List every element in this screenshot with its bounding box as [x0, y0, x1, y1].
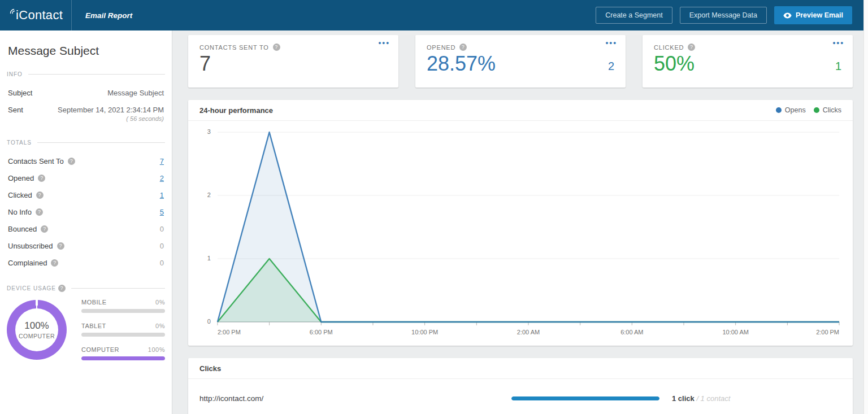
- totals-row-value[interactable]: 2: [160, 174, 164, 182]
- device-bar-value: 0%: [155, 323, 165, 329]
- svg-text:2:00 AM: 2:00 AM: [517, 329, 540, 335]
- performance-line-chart: 01232:00 PM6:00 PM10:00 PM2:00 AM6:00 AM…: [193, 123, 847, 342]
- help-icon[interactable]: ?: [58, 285, 66, 292]
- card-menu-icon[interactable]: ●●●: [832, 40, 844, 46]
- totals-row-label: Bounced: [8, 225, 37, 233]
- logo-container[interactable]: iContact: [0, 0, 72, 30]
- totals-row-value: 0: [160, 225, 164, 233]
- help-icon[interactable]: ?: [459, 43, 467, 51]
- help-icon[interactable]: ?: [36, 191, 44, 199]
- device-bar-value: 0%: [155, 299, 165, 306]
- icontact-signal-icon: [9, 8, 15, 15]
- device-bar-track: [81, 356, 165, 360]
- device-usage-label-text: DEVICE USAGE: [7, 285, 56, 291]
- card-menu-icon[interactable]: ●●●: [378, 40, 390, 46]
- help-icon[interactable]: ?: [51, 259, 58, 267]
- device-bar-track: [81, 333, 165, 337]
- info-section-label: INFO: [7, 71, 23, 77]
- top-navbar: iContact Email Report Create a Segment E…: [0, 0, 868, 30]
- preview-email-button[interactable]: Preview Email: [774, 6, 852, 24]
- totals-row-label: Unsubscribed: [8, 242, 53, 250]
- scrollbar[interactable]: [863, 0, 868, 414]
- totals-row: No Info?5: [7, 203, 165, 220]
- page-title: Email Report: [85, 11, 132, 20]
- help-icon[interactable]: ?: [38, 175, 45, 182]
- performance-chart-card: 24-hour performance OpensClicks 01232:00…: [188, 100, 853, 346]
- totals-row-label: No Info: [8, 208, 32, 216]
- device-bar-label: COMPUTER: [81, 346, 119, 353]
- clicks-card: Clicks http://icontact.com/1 click / 1 c…: [188, 358, 853, 414]
- stat-count: 1: [835, 60, 841, 75]
- device-usage-section-label: DEVICE USAGE ?: [7, 285, 66, 292]
- stat-label: OPENED: [427, 44, 455, 51]
- device-bar-track: [81, 309, 165, 313]
- main-content: ●●● CONTACTS SENT TO ? 7 ●●● OPENED ? 28…: [172, 30, 868, 414]
- click-counts: 1 click / 1 contact: [672, 394, 841, 403]
- donut-device-name: COMPUTER: [19, 333, 55, 339]
- divider: [28, 74, 165, 75]
- subject-label: Subject: [8, 89, 32, 97]
- click-count: 1 click: [672, 394, 695, 403]
- totals-row: Unsubscribed?0: [7, 237, 165, 254]
- help-icon[interactable]: ?: [36, 208, 43, 216]
- sent-row: Sent September 14, 2021 2:34:14 PM ( 56 …: [7, 101, 165, 126]
- device-bar-label: TABLET: [81, 323, 106, 329]
- stat-value: 50%: [654, 52, 695, 75]
- device-bar-fill: [81, 356, 165, 360]
- clicks-card-title: Clicks: [199, 364, 221, 373]
- click-url[interactable]: http://icontact.com/: [199, 394, 511, 403]
- stat-value: 28.57%: [427, 52, 496, 75]
- device-bar-group: TABLET0%: [81, 323, 165, 337]
- totals-section-header: TOTALS: [7, 140, 165, 146]
- help-icon[interactable]: ?: [41, 225, 48, 233]
- subject-row: Subject Message Subject: [7, 84, 165, 101]
- export-message-data-button[interactable]: Export Message Data: [680, 7, 767, 24]
- stat-card-opened: ●●● OPENED ? 28.57% 2: [415, 35, 626, 88]
- click-bar-track: [511, 396, 659, 400]
- totals-row-value[interactable]: 7: [160, 157, 164, 165]
- totals-row-value[interactable]: 1: [160, 191, 164, 199]
- device-bar-group: COMPUTER100%: [81, 346, 165, 360]
- donut-center: 100% COMPUTER: [15, 308, 58, 351]
- click-bar-fill: [511, 396, 659, 400]
- chart-legend: OpensClicks: [776, 106, 841, 114]
- totals-row-label: Clicked: [8, 191, 32, 199]
- card-menu-icon[interactable]: ●●●: [605, 40, 617, 46]
- create-segment-button[interactable]: Create a Segment: [596, 7, 672, 24]
- help-icon[interactable]: ?: [688, 43, 695, 51]
- totals-row-label: Contacts Sent To: [8, 157, 64, 165]
- sent-value: September 14, 2021 2:34:14 PM: [58, 106, 164, 114]
- svg-text:2: 2: [207, 191, 211, 198]
- device-usage-bars: MOBILE0%TABLET0%COMPUTER100%: [81, 299, 165, 360]
- totals-row: Contacts Sent To?7: [7, 152, 165, 169]
- totals-row-value[interactable]: 5: [160, 208, 164, 216]
- legend-dot-icon: [814, 107, 819, 113]
- totals-row: Clicked?1: [7, 186, 165, 203]
- legend-label: Opens: [785, 106, 806, 114]
- svg-text:10:00 AM: 10:00 AM: [722, 329, 748, 335]
- divider: [37, 142, 165, 143]
- totals-rows: Contacts Sent To?7Opened?2Clicked?1No In…: [7, 152, 165, 271]
- totals-row-label: Opened: [8, 174, 34, 182]
- donut-percentage: 100%: [24, 320, 49, 332]
- help-icon[interactable]: ?: [273, 43, 280, 51]
- stat-count: 2: [608, 60, 614, 75]
- divider: [71, 288, 165, 289]
- help-icon[interactable]: ?: [57, 242, 64, 250]
- device-bar-group: MOBILE0%: [81, 299, 165, 313]
- sidebar: Message Subject INFO Subject Message Sub…: [0, 30, 172, 414]
- click-rows: http://icontact.com/1 click / 1 contact: [188, 379, 853, 414]
- svg-text:0: 0: [207, 318, 211, 325]
- totals-row: Complained?0: [7, 254, 165, 271]
- svg-text:1: 1: [207, 255, 211, 262]
- totals-row-value: 0: [160, 242, 164, 250]
- totals-row: Bounced?0: [7, 220, 165, 237]
- help-icon[interactable]: ?: [68, 158, 75, 165]
- info-section-header: INFO: [7, 71, 165, 77]
- stat-value: 7: [199, 52, 211, 75]
- header-actions: Create a Segment Export Message Data Pre…: [596, 6, 852, 24]
- svg-text:6:00 PM: 6:00 PM: [310, 329, 333, 335]
- svg-text:6:00 AM: 6:00 AM: [620, 329, 643, 335]
- legend-dot-icon: [776, 107, 782, 113]
- legend-item: Clicks: [814, 106, 841, 114]
